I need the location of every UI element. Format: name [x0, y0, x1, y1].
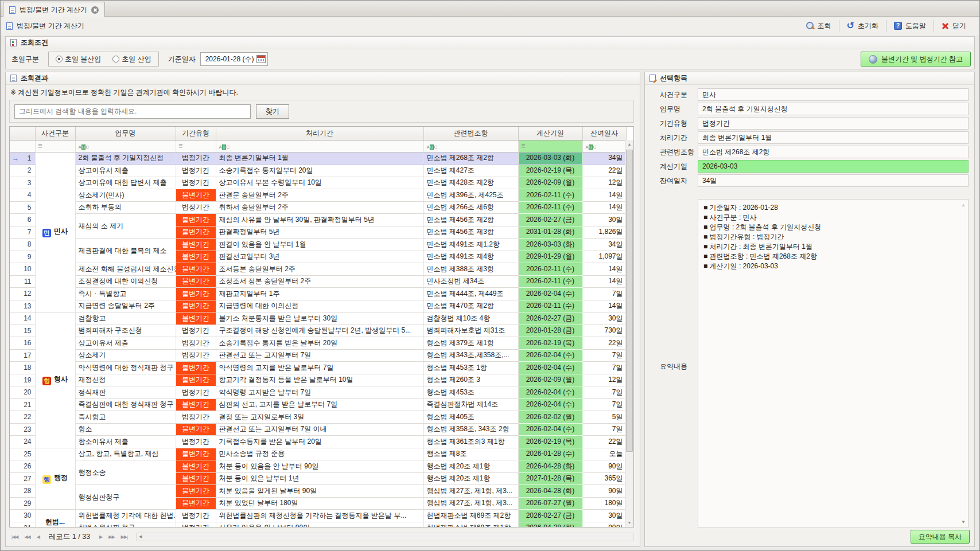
remaining-days-cell[interactable]: 오늘	[582, 448, 626, 460]
period-type-cell[interactable]: 법정기간	[176, 201, 216, 214]
processing-period-cell[interactable]: 재심의 사유를 안 날부터 30일, 판결확정일부터 5년	[216, 214, 423, 226]
processing-period-cell[interactable]: 처분 있었던 날부터 180일	[216, 497, 423, 510]
period-type-cell[interactable]: 불변기간	[176, 448, 216, 460]
column-header-case-type[interactable]: 사건구분	[35, 127, 75, 140]
processing-period-cell[interactable]: 판결선고 또는 고지일부터 7일	[216, 349, 423, 362]
related-law-cell[interactable]: 민소법 제470조 제2항	[423, 300, 518, 312]
calculated-date-cell[interactable]: 2026-02-04 (수)	[518, 398, 582, 411]
row-number-cell[interactable]: 4	[10, 189, 35, 202]
calculated-date-cell[interactable]: 2026-02-11 (수)	[518, 275, 582, 288]
task-name-cell[interactable]: 항소이유서 제출	[75, 436, 176, 448]
case-type-cell[interactable]: 형형사	[35, 312, 75, 448]
row-number-cell[interactable]: 24	[10, 436, 35, 448]
related-law-cell[interactable]: 민소법 제388조 제3항	[423, 263, 518, 276]
row-number-cell[interactable]: →1	[10, 152, 35, 165]
task-name-cell[interactable]: 재심의 소 제기	[75, 214, 176, 239]
row-number-cell[interactable]: 19	[10, 374, 35, 386]
period-type-cell[interactable]: 불변기간	[176, 497, 216, 510]
last-page-button[interactable]: ▶▶|	[119, 534, 130, 540]
calculated-date-cell[interactable]: 2026-02-11 (수)	[518, 300, 582, 312]
row-number-cell[interactable]: 23	[10, 423, 35, 436]
related-law-cell[interactable]: 행소법 제20조 제1항	[423, 460, 518, 473]
task-name-cell[interactable]: 상소제기	[75, 349, 176, 362]
filter-cell[interactable]: ABC	[216, 140, 423, 152]
remaining-days-cell[interactable]: 7일	[582, 398, 626, 411]
task-name-cell[interactable]: 제권판결에 대한 불복의 제소	[75, 239, 176, 263]
period-type-cell[interactable]: 법정기간	[176, 337, 216, 350]
calculated-date-cell[interactable]: 2026-02-11 (수)	[518, 263, 582, 276]
table-row[interactable]: 18약식명령에 대한 정식재판 청구불변기간약식명령의 고지를 받은 날로부터 …	[10, 362, 626, 374]
related-law-cell[interactable]: 범죄피해자보호법 제31조	[423, 325, 518, 337]
period-type-cell[interactable]: 불변기간	[176, 362, 216, 374]
period-type-cell[interactable]: 불변기간	[176, 189, 216, 202]
table-row[interactable]: 5소취하 부동의법정기간취하서 송달일부터 2주민소법 제266조 제6항202…	[10, 201, 626, 214]
row-number-cell[interactable]: 18	[10, 362, 35, 374]
related-law-cell[interactable]: 행심법 제27조, 제1항, 제3...	[423, 485, 518, 498]
period-type-cell[interactable]: 법정기간	[176, 411, 216, 424]
remaining-days-cell[interactable]: 14일	[582, 300, 626, 312]
related-law-cell[interactable]: 민소법 제268조 제2항	[423, 152, 518, 165]
task-name-cell[interactable]: 상소제기(민사)	[75, 189, 176, 202]
remaining-days-cell[interactable]: 30일	[582, 312, 626, 325]
related-law-cell[interactable]: 형소법 제453조 1항	[423, 362, 518, 374]
task-name-cell[interactable]: 검찰항고	[75, 312, 176, 325]
remaining-days-cell[interactable]: 7일	[582, 288, 626, 300]
processing-period-cell[interactable]: 지급명령에 대한 이의신청	[216, 300, 423, 312]
table-row[interactable]: 23항소불변기간판결선고 또는 고지일부터 7일 이내형소법 제358조, 34…	[10, 423, 626, 436]
tab-close-icon[interactable]	[91, 6, 99, 14]
table-row[interactable]: 16상고이유서 제출법정기간소송기록접수 통지를 받은 날부터 20일형소법 제…	[10, 337, 626, 350]
calculated-date-cell[interactable]: 2026-02-19 (목)	[518, 436, 582, 448]
table-row[interactable]: 10제소전 화해 불성립시의 제소신청불변기간조서등본 송달일부터 2주민소법 …	[10, 263, 626, 276]
period-type-cell[interactable]: 법정기간	[176, 510, 216, 522]
radio-exclude-first-day[interactable]: 초일 불산입	[56, 54, 101, 64]
filter-cell[interactable]	[10, 140, 35, 152]
table-row[interactable]: 19재정신청불변기간항고기각 결정통지 등을 받은 날로부터 10일형소법 제2…	[10, 374, 626, 386]
processing-period-cell[interactable]: 판결문 송달일부터 2주	[216, 189, 423, 202]
related-law-cell[interactable]: 행소법 제8조	[423, 448, 518, 460]
related-law-cell[interactable]: 즉결심판절차법 제14조	[423, 398, 518, 411]
column-header-period-type[interactable]: 기간유형	[176, 127, 216, 140]
table-row[interactable]: 14형형사검찰항고불변기간불기소 처분통지를 받은 날로부터 30일검찰청법 제…	[10, 312, 626, 325]
remaining-days-cell[interactable]: 1,097일	[582, 251, 626, 263]
table-row[interactable]: 22즉시항고법정기간결정 또는 고지일로부터 3일형소법 제405조2026-0…	[10, 411, 626, 424]
related-law-cell[interactable]: 민소법 제456조 제2항	[423, 214, 518, 226]
remaining-days-cell[interactable]: 30일	[582, 510, 626, 522]
related-law-cell[interactable]: 민소법 제444조, 제449조	[423, 288, 518, 300]
table-row[interactable]: →1민민사2회 불출석 후 기일지정신청법정기간최종 변론기일부터 1월민소법 …	[10, 152, 626, 165]
tab-period-calculator[interactable]: 법정/불변 기간 계산기	[3, 2, 105, 17]
period-type-cell[interactable]: 법정기간	[176, 349, 216, 362]
related-law-cell[interactable]: 형소법 제343조,제358조,...	[423, 349, 518, 362]
grid-search-input[interactable]	[14, 104, 251, 119]
next-group-button[interactable]: ▶▶	[106, 534, 116, 540]
processing-period-cell[interactable]: 구조결정이 해당 신청인에게 송달된날부터 2년, 발생일부터 5...	[216, 325, 423, 337]
remaining-days-cell[interactable]: 14일	[582, 275, 626, 288]
period-type-cell[interactable]: 불변기간	[176, 275, 216, 288]
related-law-cell[interactable]: 민소법 제428조 제2항	[423, 177, 518, 189]
summary-box[interactable]: ▲ ▼ ■ 기준일자 : 2026-01-28■ 사건구분 : 민사■ 업무명 …	[698, 199, 969, 528]
case-type-cell[interactable]: 헌법...	[35, 510, 75, 528]
task-name-cell[interactable]: 즉시항고	[75, 411, 176, 424]
related-law-cell[interactable]: 검찰청법 제10조 4항	[423, 312, 518, 325]
row-number-cell[interactable]: 14	[10, 312, 35, 325]
case-type-cell[interactable]: 행행정	[35, 448, 75, 510]
processing-period-cell[interactable]: 조서등본 송달일부터 2주	[216, 263, 423, 276]
remaining-days-cell[interactable]: 22일	[582, 337, 626, 350]
remaining-days-cell[interactable]: 7일	[582, 423, 626, 436]
related-law-cell[interactable]: 민소법 제396조, 제425조	[423, 189, 518, 202]
task-name-cell[interactable]: 제소전 화해 불성립시의 제소신청	[75, 263, 176, 276]
processing-period-cell[interactable]: 조정조서 정본 송달일부터 2주	[216, 275, 423, 288]
task-name-cell[interactable]: 소취하 부동의	[75, 201, 176, 214]
period-type-cell[interactable]: 불변기간	[176, 312, 216, 325]
search-button[interactable]: 조회	[799, 19, 839, 33]
calculated-date-cell[interactable]: 2026-07-27 (월)	[518, 497, 582, 510]
task-name-cell[interactable]: 정식재판	[75, 386, 176, 399]
related-law-cell[interactable]: 민소법 제266조 제6항	[423, 201, 518, 214]
processing-period-cell[interactable]: 민사소송법 규정 준용	[216, 448, 423, 460]
period-type-cell[interactable]: 불변기간	[176, 300, 216, 312]
remaining-days-cell[interactable]: 14일	[582, 201, 626, 214]
row-number-cell[interactable]: 8	[10, 239, 35, 251]
scroll-up-icon[interactable]: ▲	[625, 140, 633, 149]
calculated-date-cell[interactable]: 2026-02-04 (수)	[518, 423, 582, 436]
calculated-date-cell[interactable]: 2026-03-03 (화)	[518, 239, 582, 251]
calculated-date-cell[interactable]: 2026-02-02 (월)	[518, 411, 582, 424]
